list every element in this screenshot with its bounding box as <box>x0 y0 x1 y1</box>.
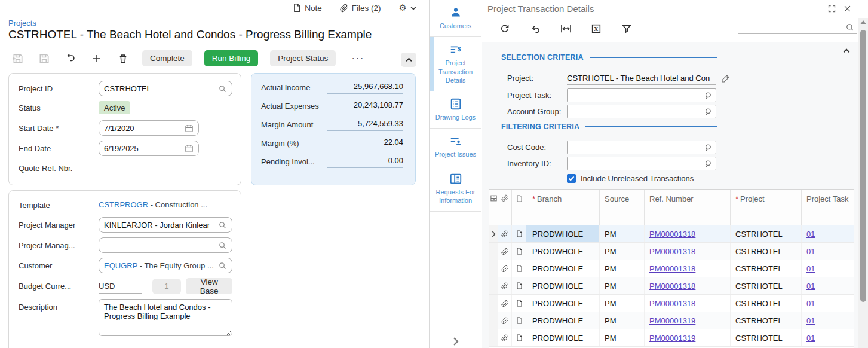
table-row[interactable]: PRODWHOLE PM PM00001318 CSTRHOTEL 01 <box>489 243 854 260</box>
note-cell[interactable] <box>512 225 526 242</box>
cell-ref-number[interactable]: PM00001319 <box>645 329 731 346</box>
cell-project[interactable]: CSTRHOTEL <box>731 225 802 242</box>
project-task-link[interactable]: 01 <box>806 282 815 291</box>
cost-code-field[interactable] <box>567 141 716 154</box>
column-header-ref-number[interactable]: Ref. Number <box>645 190 731 225</box>
note-cell[interactable] <box>512 329 526 346</box>
project-status-button[interactable]: Project Status <box>270 50 336 66</box>
quote-ref-field[interactable] <box>99 161 232 175</box>
calendar-icon[interactable] <box>185 124 194 133</box>
project-manager2-input[interactable] <box>104 238 218 252</box>
vertical-scrollbar[interactable] <box>858 18 868 348</box>
search-icon[interactable] <box>704 160 713 168</box>
column-header-project[interactable]: *Project <box>731 190 802 225</box>
project-manager2-field[interactable] <box>99 237 232 253</box>
grid-settings-header[interactable] <box>489 190 498 225</box>
cell-project[interactable]: CSTRHOTEL <box>731 329 802 346</box>
cell-branch[interactable]: PRODWHOLE <box>526 312 600 329</box>
refresh-button[interactable] <box>498 22 512 36</box>
view-base-button[interactable]: View Base <box>186 278 232 294</box>
grid-search-input[interactable] <box>743 20 845 33</box>
tab-project-transaction-details[interactable]: $ Project Transaction Details <box>430 37 481 91</box>
cell-source[interactable]: PM <box>600 329 645 346</box>
row-selector-cell[interactable] <box>489 277 498 294</box>
project-task-link[interactable]: 01 <box>806 230 815 239</box>
project-task-field[interactable] <box>567 88 716 102</box>
cell-project[interactable]: CSTRHOTEL <box>731 260 802 277</box>
search-icon[interactable] <box>218 261 227 270</box>
note-cell[interactable] <box>512 312 526 329</box>
edit-pencil-icon[interactable] <box>721 74 731 83</box>
collapse-criteria-button[interactable] <box>843 48 850 53</box>
column-header-source[interactable]: Source <box>600 190 645 225</box>
attachment-cell[interactable] <box>498 277 512 294</box>
project-manager-field[interactable] <box>99 217 232 233</box>
cell-project-task[interactable]: 01 <box>802 260 854 277</box>
run-billing-button[interactable]: Run Billing <box>204 50 259 66</box>
tab-project-issues[interactable]: Project Issues <box>430 129 481 166</box>
ref-number-link[interactable]: PM00001318 <box>649 230 695 239</box>
notes-column-header[interactable] <box>512 190 526 225</box>
cell-project[interactable]: CSTRHOTEL <box>731 277 802 294</box>
save-close-button[interactable] <box>11 51 25 66</box>
account-group-input[interactable] <box>572 105 704 118</box>
cell-branch[interactable]: PRODWHOLE <box>526 243 600 260</box>
ref-number-link[interactable]: PM00001319 <box>649 334 695 343</box>
cell-source[interactable]: PM <box>600 243 645 260</box>
ref-number-link[interactable]: PM00001319 <box>649 316 695 325</box>
search-icon[interactable] <box>218 84 227 93</box>
cell-ref-number[interactable]: PM00001318 <box>645 243 731 260</box>
attachment-cell[interactable] <box>498 260 512 277</box>
export-excel-button[interactable]: X <box>589 22 603 36</box>
ref-number-link[interactable]: PM00001318 <box>649 299 695 308</box>
cell-project-task[interactable]: 01 <box>802 312 854 329</box>
include-unreleased-checkbox[interactable] <box>567 174 576 183</box>
inventory-id-input[interactable] <box>572 157 704 170</box>
template-link[interactable]: CSTRPROGR <box>99 200 148 209</box>
more-actions-button[interactable]: ··· <box>348 50 368 66</box>
search-icon[interactable] <box>845 23 854 32</box>
description-input[interactable]: The Beach Hotel and Condos - Progress Bi… <box>99 299 232 336</box>
cell-source[interactable]: PM <box>600 277 645 294</box>
project-task-link[interactable]: 01 <box>806 334 815 343</box>
ref-number-link[interactable]: PM00001318 <box>649 247 695 256</box>
save-button[interactable] <box>37 51 51 66</box>
cell-ref-number[interactable]: PM00001318 <box>645 277 731 294</box>
ref-number-link[interactable]: PM00001318 <box>649 264 695 273</box>
row-selector-cell[interactable] <box>489 329 498 346</box>
cell-project[interactable]: CSTRHOTEL <box>731 295 802 312</box>
cell-branch[interactable]: PRODWHOLE <box>526 295 600 312</box>
cell-project-task[interactable]: 01 <box>802 243 854 260</box>
scrollbar-thumb[interactable] <box>860 30 866 302</box>
table-row[interactable]: PRODWHOLE PM PM00001318 CSTRHOTEL 01 <box>489 277 854 295</box>
start-date-field[interactable] <box>99 120 199 136</box>
project-manager-input[interactable] <box>104 218 218 232</box>
cell-ref-number[interactable]: PM00001318 <box>645 295 731 312</box>
row-selector-cell[interactable] <box>489 312 498 329</box>
cell-branch[interactable]: PRODWHOLE <box>526 277 600 294</box>
tab-customers[interactable]: Customers <box>430 0 481 37</box>
breadcrumb[interactable]: Projects <box>8 19 36 28</box>
row-selector-cell[interactable] <box>489 260 498 277</box>
collapse-form-button[interactable] <box>401 53 416 67</box>
tab-requests-for-information[interactable]: Requests For Information <box>430 166 481 212</box>
project-task-link[interactable]: 01 <box>806 264 815 273</box>
attachment-cell[interactable] <box>498 243 512 260</box>
project-task-link[interactable]: 01 <box>806 316 815 325</box>
attachment-cell[interactable] <box>498 329 512 346</box>
project-task-input[interactable] <box>572 89 704 102</box>
search-icon[interactable] <box>704 108 713 116</box>
cancel-button[interactable] <box>528 22 542 36</box>
currency-field[interactable]: USD <box>99 279 142 294</box>
account-group-field[interactable] <box>567 105 716 118</box>
cell-project[interactable]: CSTRHOTEL <box>731 243 802 260</box>
undo-button[interactable] <box>63 51 78 66</box>
table-row[interactable]: PRODWHOLE PM PM00001319 CSTRHOTEL 01 <box>489 312 854 329</box>
cell-project-task[interactable]: 01 <box>802 277 854 294</box>
table-row[interactable]: PRODWHOLE PM PM00001318 CSTRHOTEL 01 <box>489 225 854 243</box>
table-row[interactable]: PRODWHOLE PM PM00001318 CSTRHOTEL 01 <box>489 295 854 312</box>
row-selector-cell[interactable] <box>489 243 498 260</box>
project-id-field[interactable] <box>99 81 232 96</box>
search-icon[interactable] <box>704 91 713 100</box>
start-date-input[interactable] <box>104 121 185 135</box>
